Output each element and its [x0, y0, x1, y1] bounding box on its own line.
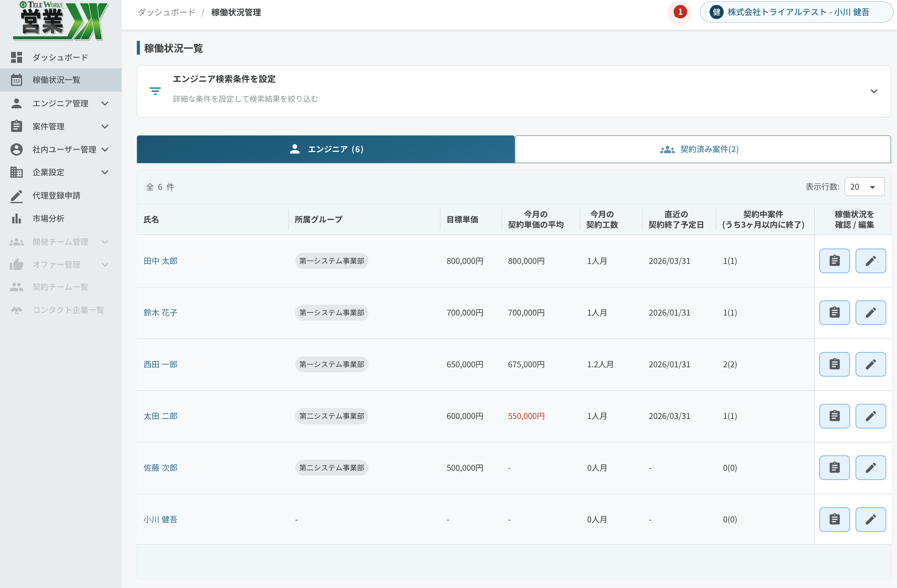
- svg-text:T: T: [28, 0, 34, 9]
- svg-text:ORKS_: ORKS_: [51, 1, 65, 9]
- svg-text:W: W: [43, 0, 52, 9]
- svg-text:ELE: ELE: [33, 1, 42, 9]
